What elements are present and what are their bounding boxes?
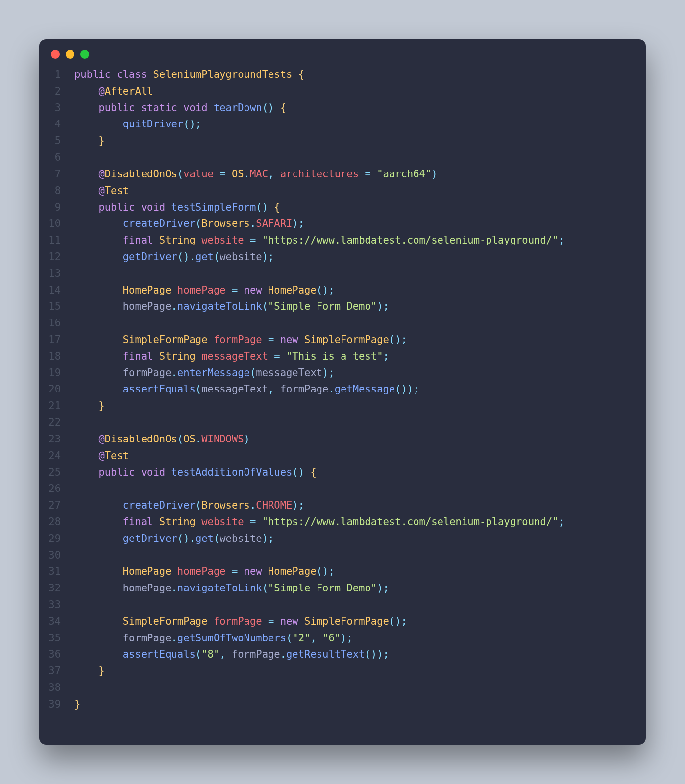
token-kw: final bbox=[123, 234, 153, 246]
code-line[interactable]: 16 bbox=[39, 315, 646, 332]
code-line[interactable]: 35 formPage.getSumOfTwoNumbers("2", "6")… bbox=[39, 630, 646, 647]
line-number: 24 bbox=[39, 448, 74, 465]
token-fn: tearDown bbox=[214, 102, 262, 114]
code-content[interactable] bbox=[74, 415, 646, 431]
code-content[interactable]: assertEquals("8", formPage.getResultText… bbox=[74, 646, 646, 663]
code-content[interactable]: } bbox=[74, 663, 646, 680]
code-line[interactable]: 38 bbox=[39, 680, 646, 696]
token-op: ; bbox=[383, 582, 389, 594]
code-line[interactable]: 23 @DisabledOnOs(OS.WINDOWS) bbox=[39, 431, 646, 448]
close-icon[interactable] bbox=[51, 50, 60, 59]
code-line[interactable]: 7 @DisabledOnOs(value = OS.MAC, architec… bbox=[39, 166, 646, 183]
code-line[interactable]: 39} bbox=[39, 696, 646, 713]
code-content[interactable]: homePage.navigateToLink("Simple Form Dem… bbox=[74, 298, 646, 315]
code-content[interactable] bbox=[74, 315, 646, 332]
code-content[interactable]: } bbox=[74, 696, 646, 713]
code-line[interactable]: 17 SimpleFormPage formPage = new SimpleF… bbox=[39, 332, 646, 348]
code-line[interactable]: 10 createDriver(Browsers.SAFARI); bbox=[39, 216, 646, 232]
code-content[interactable]: getDriver().get(website); bbox=[74, 249, 646, 266]
code-content[interactable]: quitDriver(); bbox=[74, 116, 646, 133]
code-line[interactable]: 24 @Test bbox=[39, 448, 646, 465]
code-content[interactable]: public static void tearDown() { bbox=[74, 100, 646, 117]
token-fn: createDriver bbox=[123, 218, 196, 229]
code-line[interactable]: 34 SimpleFormPage formPage = new SimpleF… bbox=[39, 613, 646, 630]
code-content[interactable]: HomePage homePage = new HomePage(); bbox=[74, 564, 646, 580]
code-content[interactable]: public class SeleniumPlaygroundTests { bbox=[74, 67, 646, 83]
code-line[interactable]: 36 assertEquals("8", formPage.getResultT… bbox=[39, 646, 646, 663]
line-number: 7 bbox=[39, 166, 74, 183]
code-line[interactable]: 13 bbox=[39, 266, 646, 282]
code-content[interactable]: @Test bbox=[74, 183, 646, 199]
token-fn: get bbox=[196, 533, 214, 544]
code-content[interactable]: @DisabledOnOs(OS.WINDOWS) bbox=[74, 431, 646, 448]
code-line[interactable]: 11 final String website = "https://www.l… bbox=[39, 232, 646, 249]
code-content[interactable]: SimpleFormPage formPage = new SimpleForm… bbox=[74, 332, 646, 348]
code-content[interactable]: @AfterAll bbox=[74, 83, 646, 100]
code-content[interactable] bbox=[74, 680, 646, 696]
code-content[interactable]: getDriver().get(website); bbox=[74, 531, 646, 547]
code-content[interactable]: final String website = "https://www.lamb… bbox=[74, 514, 646, 531]
code-content[interactable]: HomePage homePage = new HomePage(); bbox=[74, 282, 646, 299]
code-line[interactable]: 19 formPage.enterMessage(messageText); bbox=[39, 365, 646, 382]
code-content[interactable] bbox=[74, 597, 646, 613]
code-line[interactable]: 15 homePage.navigateToLink("Simple Form … bbox=[39, 298, 646, 315]
code-line[interactable]: 2 @AfterAll bbox=[39, 83, 646, 100]
token-var: value bbox=[183, 168, 214, 180]
token-plain bbox=[226, 284, 232, 296]
code-content[interactable]: final String messageText = "This is a te… bbox=[74, 348, 646, 365]
code-line[interactable]: 32 homePage.navigateToLink("Simple Form … bbox=[39, 580, 646, 597]
code-content[interactable]: homePage.navigateToLink("Simple Form Dem… bbox=[74, 580, 646, 597]
code-line[interactable]: 8 @Test bbox=[39, 183, 646, 199]
code-line[interactable]: 12 getDriver().get(website); bbox=[39, 249, 646, 266]
code-content[interactable]: } bbox=[74, 133, 646, 149]
code-content[interactable]: formPage.enterMessage(messageText); bbox=[74, 365, 646, 382]
code-line[interactable]: 28 final String website = "https://www.l… bbox=[39, 514, 646, 531]
code-content[interactable] bbox=[74, 547, 646, 564]
code-line[interactable]: 22 bbox=[39, 415, 646, 431]
code-content[interactable]: createDriver(Browsers.SAFARI); bbox=[74, 216, 646, 232]
code-line[interactable]: 31 HomePage homePage = new HomePage(); bbox=[39, 564, 646, 580]
code-line[interactable]: 5 } bbox=[39, 133, 646, 149]
minimize-icon[interactable] bbox=[66, 50, 74, 59]
code-content[interactable]: formPage.getSumOfTwoNumbers("2", "6"); bbox=[74, 630, 646, 647]
code-line[interactable]: 33 bbox=[39, 597, 646, 613]
code-content[interactable] bbox=[74, 266, 646, 282]
code-line[interactable]: 25 public void testAdditionOfValues() { bbox=[39, 465, 646, 481]
line-number: 22 bbox=[39, 415, 74, 431]
code-content[interactable] bbox=[74, 481, 646, 497]
code-content[interactable]: SimpleFormPage formPage = new SimpleForm… bbox=[74, 613, 646, 630]
code-line[interactable]: 1public class SeleniumPlaygroundTests { bbox=[39, 67, 646, 83]
code-content[interactable]: final String website = "https://www.lamb… bbox=[74, 232, 646, 249]
token-plain: homePage bbox=[123, 582, 171, 594]
code-content[interactable]: public void testAdditionOfValues() { bbox=[74, 465, 646, 481]
zoom-icon[interactable] bbox=[80, 50, 89, 59]
code-line[interactable]: 37 } bbox=[39, 663, 646, 680]
code-line[interactable]: 20 assertEquals(messageText, formPage.ge… bbox=[39, 381, 646, 398]
code-line[interactable]: 21 } bbox=[39, 398, 646, 415]
code-area[interactable]: 1public class SeleniumPlaygroundTests {2… bbox=[39, 64, 646, 745]
token-plain bbox=[196, 350, 201, 362]
code-line[interactable]: 26 bbox=[39, 481, 646, 497]
code-line[interactable]: 30 bbox=[39, 547, 646, 564]
token-plain: messageText bbox=[201, 383, 268, 395]
code-content[interactable]: assertEquals(messageText, formPage.getMe… bbox=[74, 381, 646, 398]
token-plain bbox=[208, 102, 214, 114]
code-line[interactable]: 6 bbox=[39, 149, 646, 166]
code-line[interactable]: 9 public void testSimpleForm() { bbox=[39, 199, 646, 216]
token-kw: new bbox=[244, 284, 262, 296]
code-content[interactable]: } bbox=[74, 398, 646, 415]
code-line[interactable]: 3 public static void tearDown() { bbox=[39, 100, 646, 117]
code-content[interactable]: @Test bbox=[74, 448, 646, 465]
code-content[interactable]: @DisabledOnOs(value = OS.MAC, architectu… bbox=[74, 166, 646, 183]
line-number: 19 bbox=[39, 365, 74, 382]
code-line[interactable]: 4 quitDriver(); bbox=[39, 116, 646, 133]
code-line[interactable]: 18 final String messageText = "This is a… bbox=[39, 348, 646, 365]
token-plain bbox=[153, 350, 159, 362]
token-op: ; bbox=[328, 284, 334, 296]
code-content[interactable] bbox=[74, 149, 646, 166]
code-line[interactable]: 14 HomePage homePage = new HomePage(); bbox=[39, 282, 646, 299]
code-content[interactable]: createDriver(Browsers.CHROME); bbox=[74, 497, 646, 514]
code-content[interactable]: public void testSimpleForm() { bbox=[74, 199, 646, 216]
code-line[interactable]: 27 createDriver(Browsers.CHROME); bbox=[39, 497, 646, 514]
code-line[interactable]: 29 getDriver().get(website); bbox=[39, 531, 646, 547]
